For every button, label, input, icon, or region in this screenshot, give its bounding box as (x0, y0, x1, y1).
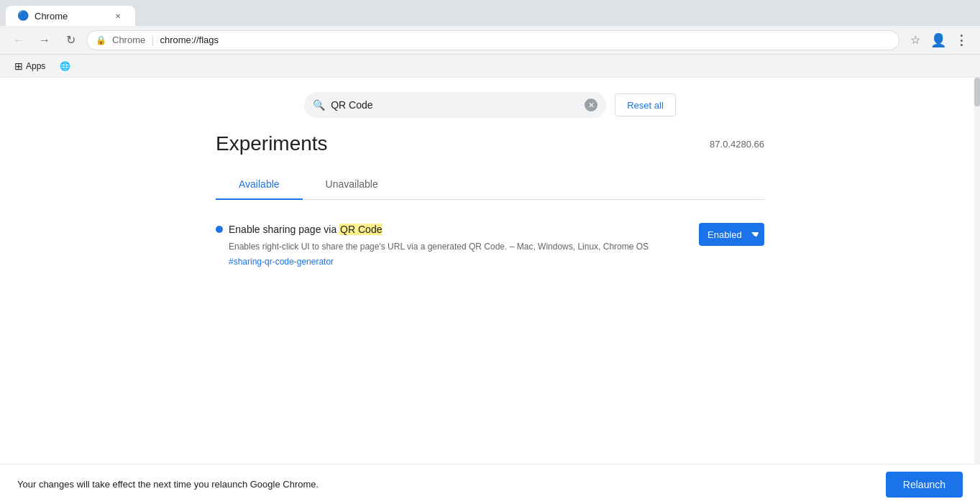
bottom-bar: Your changes will take effect the next t… (0, 464, 980, 504)
clear-icon: ✕ (588, 101, 595, 110)
relaunch-message: Your changes will take effect the next t… (17, 479, 319, 490)
experiment-link[interactable]: #sharing-qr-code-generator (229, 257, 334, 267)
apps-label: Apps (26, 61, 45, 71)
scrollbar-track[interactable] (974, 78, 980, 504)
experiments-title: Experiments (216, 132, 328, 155)
bookmark-star-button[interactable]: ☆ (905, 30, 925, 50)
experiment-info: Enable sharing page via QR Code Enables … (229, 223, 693, 267)
address-domain: Chrome (112, 35, 145, 45)
address-bar[interactable]: 🔒 Chrome | chrome://flags (86, 30, 899, 50)
experiment-list: Enable sharing page via QR Code Enables … (216, 200, 764, 290)
reset-all-button[interactable]: Reset all (615, 93, 676, 116)
experiment-select[interactable]: Default Enabled Disabled (699, 223, 764, 246)
reload-button[interactable]: ↻ (60, 30, 81, 50)
bookmarks-bar: ⊞ Apps 🌐 (0, 55, 980, 78)
search-box: 🔍 ✕ (304, 92, 606, 118)
tab-close-button[interactable]: ✕ (112, 10, 124, 22)
search-input[interactable] (331, 99, 579, 111)
tab-available[interactable]: Available (216, 170, 303, 200)
address-divider: | (151, 34, 154, 47)
menu-icon: ⋮ (955, 32, 968, 48)
active-tab[interactable]: 🔵 Chrome ✕ (6, 6, 135, 26)
experiments-header: Experiments 87.0.4280.66 (216, 132, 764, 155)
search-clear-button[interactable]: ✕ (585, 98, 597, 111)
navigation-bar: ← → ↻ 🔒 Chrome | chrome://flags ☆ 👤 ⋮ (0, 26, 980, 55)
menu-button[interactable]: ⋮ (951, 30, 971, 50)
bookmarks-web-item[interactable]: 🌐 (54, 58, 76, 74)
experiment-control: Default Enabled Disabled (699, 223, 764, 246)
scrollbar-thumb[interactable] (974, 78, 980, 106)
experiment-dot (216, 226, 223, 233)
apps-grid-icon: ⊞ (14, 60, 23, 72)
experiments-section: Experiments 87.0.4280.66 Available Unava… (0, 132, 980, 290)
bookmarks-apps-item[interactable]: ⊞ Apps (9, 58, 51, 75)
relaunch-button[interactable]: Relaunch (886, 472, 963, 498)
tab-bar: 🔵 Chrome ✕ (0, 0, 980, 26)
tab-favicon: 🔵 (17, 10, 29, 22)
tabs-container: Available Unavailable (216, 170, 764, 200)
select-wrapper: Default Enabled Disabled (699, 223, 764, 246)
tab-unavailable[interactable]: Unavailable (303, 170, 401, 200)
reload-icon: ↻ (66, 33, 75, 47)
experiment-description: Enables right-click UI to share the page… (229, 240, 693, 253)
star-icon: ☆ (910, 33, 920, 47)
globe-icon: 🌐 (60, 61, 70, 71)
experiment-name-prefix: Enable sharing page via (229, 224, 339, 235)
search-container: 🔍 ✕ Reset all (0, 78, 980, 132)
main-content: 🔍 ✕ Reset all Experiments 87.0.4280.66 A… (0, 78, 980, 504)
profile-button[interactable]: 👤 (928, 30, 948, 50)
profile-icon: 👤 (930, 32, 946, 48)
tab-title: Chrome (35, 11, 106, 22)
back-button[interactable]: ← (9, 30, 29, 50)
lock-icon: 🔒 (96, 35, 106, 45)
experiment-name: Enable sharing page via QR Code (229, 223, 693, 237)
forward-button[interactable]: → (35, 30, 55, 50)
search-icon: 🔍 (313, 99, 325, 111)
nav-right-controls: ☆ 👤 ⋮ (905, 30, 971, 50)
tab-unavailable-label: Unavailable (326, 178, 378, 190)
address-url: chrome://flags (160, 35, 890, 45)
tab-available-label: Available (239, 178, 280, 190)
forward-icon: → (39, 34, 50, 47)
experiment-item: Enable sharing page via QR Code Enables … (216, 217, 764, 272)
version-number: 87.0.4280.66 (710, 139, 764, 150)
browser-chrome: 🔵 Chrome ✕ ← → ↻ 🔒 Chrome | chrome://fla… (0, 0, 980, 78)
experiment-name-highlight: QR Code (339, 224, 383, 235)
content-area: 🔍 ✕ Reset all Experiments 87.0.4280.66 A… (0, 78, 980, 504)
back-icon: ← (13, 34, 24, 47)
